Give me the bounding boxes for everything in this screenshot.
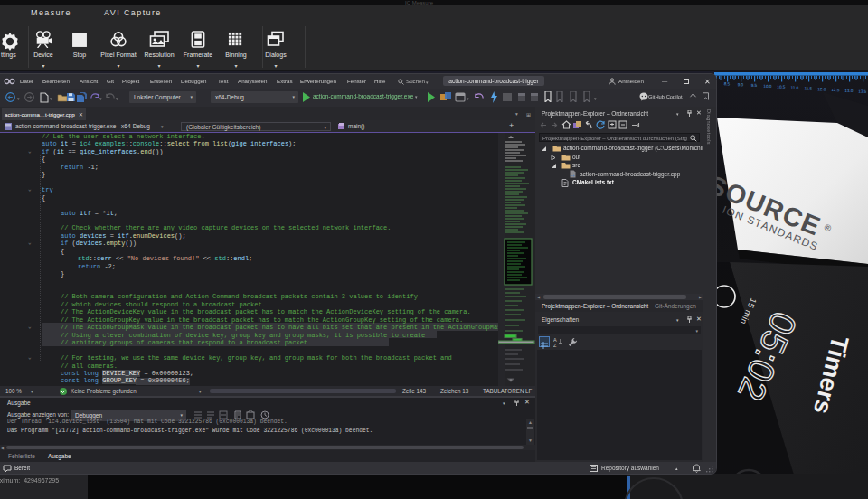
svg-text:Z: Z xyxy=(553,343,557,347)
svg-text:11.5: 11.5 xyxy=(804,86,812,90)
svg-text:9.5: 9.5 xyxy=(751,83,758,88)
svg-text:8.5: 8.5 xyxy=(724,81,731,86)
svg-text:11.0: 11.0 xyxy=(790,86,798,90)
svg-text:13.5: 13.5 xyxy=(858,89,867,94)
svg-text:10.0: 10.0 xyxy=(763,84,772,89)
svg-text:12.0: 12.0 xyxy=(817,87,826,91)
svg-text:10.5: 10.5 xyxy=(777,85,786,89)
svg-text:12.5: 12.5 xyxy=(831,88,840,92)
svg-text:9.0: 9.0 xyxy=(738,82,744,87)
svg-text:13.0: 13.0 xyxy=(844,89,854,93)
svg-text:++: ++ xyxy=(571,174,576,178)
